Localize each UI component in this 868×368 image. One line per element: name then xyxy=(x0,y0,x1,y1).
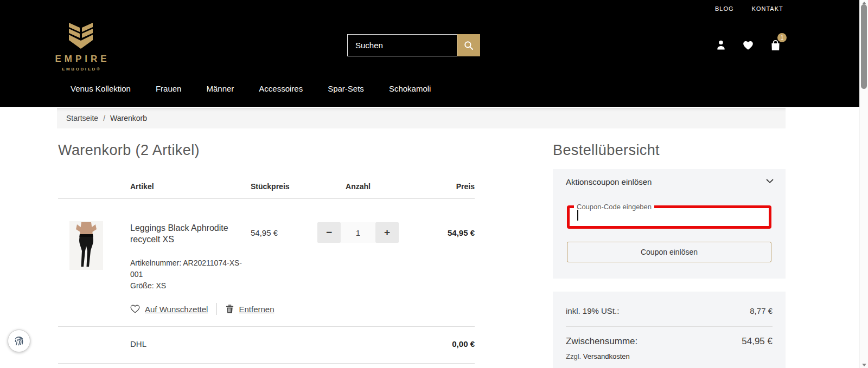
summary-title: Bestellübersicht xyxy=(553,142,786,159)
product-sku-label: Artikelnummer: xyxy=(130,259,181,267)
product-total-price: 54,95 € xyxy=(448,228,475,237)
cart-page: BLOG KONTAKT EMPIRE EMBODIED® xyxy=(0,0,868,368)
breadcrumb-current: Warenkorb xyxy=(110,114,147,122)
shipping-note-prefix: Zzgl. xyxy=(566,352,581,360)
cart-badge: 1 xyxy=(777,33,787,42)
vat-value: 8,77 € xyxy=(750,306,773,315)
search-icon xyxy=(464,41,474,50)
subtotal-label: Zwischensumme: xyxy=(566,336,637,347)
heart-outline-icon xyxy=(130,305,140,313)
nav-item-venus-kollektion[interactable]: Venus Kollektion xyxy=(71,84,131,93)
topbar: BLOG KONTAKT xyxy=(715,5,783,12)
breadcrumb-separator: / xyxy=(103,114,105,122)
quantity-stepper: − + xyxy=(317,222,399,243)
coupon-field-label: Coupon-Code eingeben xyxy=(574,203,654,211)
actions-divider xyxy=(216,303,217,315)
header-icons: 1 xyxy=(714,38,782,52)
topbar-link-blog[interactable]: BLOG xyxy=(715,5,734,12)
totals-panel: inkl. 19% USt.: 8,77 € Zwischensumme: 54… xyxy=(553,292,786,368)
breadcrumb-home[interactable]: Startseite xyxy=(66,114,98,122)
account-icon[interactable] xyxy=(714,38,728,52)
nav-item-maenner[interactable]: Männer xyxy=(206,84,234,93)
nav-item-spar-sets[interactable]: Spar-Sets xyxy=(328,84,364,93)
trash-icon xyxy=(226,304,234,314)
coupon-code-input[interactable] xyxy=(575,211,760,221)
coupon-toggle[interactable]: Aktionscoupon einlösen xyxy=(566,177,652,186)
breadcrumb: Startseite / Warenkorb xyxy=(57,108,786,128)
totals-divider xyxy=(566,326,773,327)
logo-emblem-icon xyxy=(68,23,93,49)
product-info: Leggings Black Aphrodite recycelt XS Art… xyxy=(130,222,242,292)
nav-item-frauen[interactable]: Frauen xyxy=(156,84,182,93)
remove-item-link[interactable]: Entfernen xyxy=(239,305,274,314)
search-bar xyxy=(347,34,480,56)
fingerprint-icon xyxy=(12,334,25,347)
column-quantity: Anzahl xyxy=(317,182,399,191)
site-logo[interactable]: EMPIRE EMBODIED® xyxy=(55,23,107,72)
product-actions: Auf Wunschzettel Entfernen xyxy=(130,303,275,315)
wishlist-icon[interactable] xyxy=(741,38,755,52)
scrollbar-down-arrow[interactable] xyxy=(862,364,866,366)
scrollbar xyxy=(859,0,868,368)
topbar-link-kontakt[interactable]: KONTAKT xyxy=(752,5,783,12)
scrollbar-thumb[interactable] xyxy=(861,4,867,89)
logo-tagline-text: EMBODIED® xyxy=(60,67,101,72)
main-nav: Venus Kollektion Frauen Männer Accessoir… xyxy=(71,84,431,93)
coupon-panel: Aktionscoupon einlösen Coupon-Code einge… xyxy=(553,169,786,279)
chevron-down-icon[interactable] xyxy=(766,179,774,184)
cart-icon[interactable]: 1 xyxy=(768,38,782,52)
nav-item-schokamoli[interactable]: Schokamoli xyxy=(389,84,431,93)
redeem-coupon-button[interactable]: Coupon einlösen xyxy=(567,242,771,262)
add-to-wishlist-link[interactable]: Auf Wunschzettel xyxy=(145,305,208,314)
product-size-value: XS xyxy=(156,281,166,290)
product-name[interactable]: Leggings Black Aphrodite recycelt XS xyxy=(130,222,242,245)
product-meta: Artikelnummer: AR20211074-XS-001 Größe: … xyxy=(130,257,242,292)
vat-label: inkl. 19% USt.: xyxy=(566,306,619,315)
table-header-divider xyxy=(58,198,475,199)
logo-brand-text: EMPIRE xyxy=(52,54,110,64)
shipping-costs-link[interactable]: Versandkosten xyxy=(583,352,630,360)
quantity-input[interactable] xyxy=(341,222,375,243)
product-sku-line: Artikelnummer: AR20211074-XS-001 xyxy=(130,257,242,280)
subtotal-value: 54,95 € xyxy=(742,336,773,347)
order-summary: Bestellübersicht Aktionscoupon einlösen … xyxy=(553,142,786,368)
product-size-label: Größe: xyxy=(130,281,154,290)
coupon-code-field[interactable]: Coupon-Code eingeben xyxy=(567,203,771,229)
column-article: Artikel xyxy=(130,182,154,191)
shipping-price: 0,00 € xyxy=(452,339,475,348)
quantity-increase-button[interactable]: + xyxy=(375,222,399,243)
site-header: BLOG KONTAKT EMPIRE EMBODIED® xyxy=(0,0,859,107)
vat-row: inkl. 19% USt.: 8,77 € xyxy=(566,306,773,315)
cart-title: Warenkorb (2 Artikel) xyxy=(58,142,475,159)
search-button[interactable] xyxy=(457,34,480,56)
row-divider xyxy=(58,326,475,327)
cart-section: Warenkorb (2 Artikel) Artikel Stückpreis… xyxy=(58,142,475,368)
subtotal-row: Zwischensumme: 54,95 € xyxy=(566,336,773,347)
bottom-divider xyxy=(58,363,475,364)
product-unit-price: 54,95 € xyxy=(251,228,278,237)
search-input[interactable] xyxy=(347,34,457,56)
shipping-note: Zzgl. Versandkosten xyxy=(566,352,630,360)
column-price: Preis xyxy=(456,182,475,191)
shipping-carrier: DHL xyxy=(130,339,146,348)
privacy-widget-button[interactable] xyxy=(8,330,30,352)
nav-item-accessoires[interactable]: Accessoires xyxy=(259,84,303,93)
product-thumbnail[interactable] xyxy=(69,221,103,270)
column-unit-price: Stückpreis xyxy=(251,182,290,191)
quantity-decrease-button[interactable]: − xyxy=(317,222,341,243)
product-size-line: Größe: XS xyxy=(130,280,242,292)
